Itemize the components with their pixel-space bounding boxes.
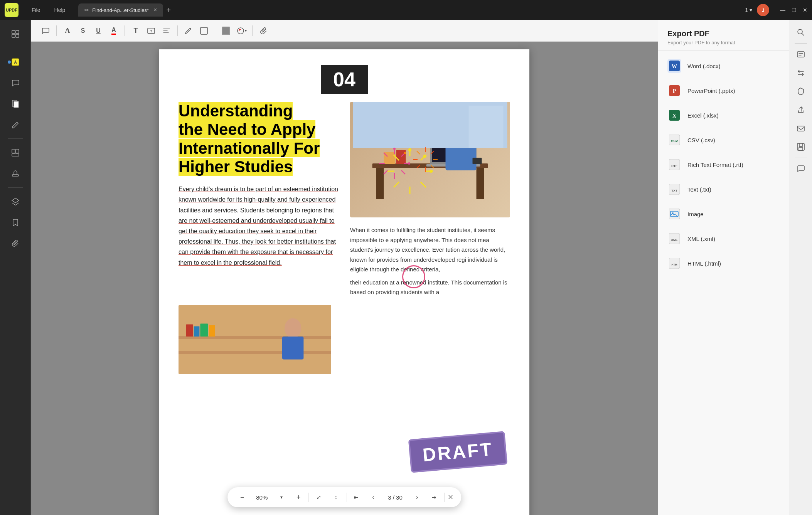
export-rtf[interactable]: RTF Rich Text Format (.rtf) (658, 152, 789, 177)
sidebar-item-pages[interactable] (6, 94, 25, 113)
text-format-btn[interactable] (160, 24, 174, 38)
sidebar-item-thumbnail[interactable] (6, 25, 25, 43)
svg-text:P: P (673, 88, 676, 94)
svg-point-66 (285, 318, 302, 338)
email-icon[interactable] (793, 121, 809, 136)
export-excel[interactable]: X Excel (.xlsx) (658, 103, 789, 128)
svg-rect-62 (186, 324, 193, 337)
bottom-divider-1 (308, 493, 309, 502)
export-html[interactable]: HTM HTML (.html) (658, 251, 789, 276)
sidebar-divider-3 (8, 187, 23, 188)
comment-btn[interactable] (39, 24, 52, 38)
svg-rect-61 (179, 351, 331, 354)
svg-text:XML: XML (671, 238, 678, 242)
bottombar-close-btn[interactable]: ✕ (448, 493, 453, 502)
toolbar-divider-2 (125, 25, 125, 36)
first-page-btn[interactable]: ⇤ (349, 490, 363, 504)
far-right-divider-1 (795, 43, 807, 44)
page-nav[interactable]: 1 ▾ (745, 7, 752, 13)
export-subtitle: Export your PDF to any format (667, 40, 780, 45)
image-export-icon (667, 207, 681, 221)
convert-icon[interactable] (793, 65, 809, 81)
export-image[interactable]: Image (658, 202, 789, 226)
sidebar-item-highlight[interactable]: A (6, 53, 25, 71)
svg-rect-91 (799, 148, 803, 150)
xlsx-icon: X (667, 108, 681, 122)
save-icon[interactable] (793, 139, 809, 155)
zoom-dropdown-btn[interactable]: ▾ (275, 490, 288, 504)
title-highlight-3: Internationally For (179, 139, 320, 157)
toolbar: A S U A T T (31, 20, 658, 42)
strikethrough-btn[interactable]: S (76, 24, 90, 38)
left-sidebar: A (0, 20, 31, 515)
zoom-in-btn[interactable]: + (291, 490, 305, 504)
sidebar-item-comment[interactable] (6, 74, 25, 92)
html-icon: HTM (667, 256, 681, 270)
export-word[interactable]: W Word (.docx) (658, 54, 789, 78)
word-icon: W (667, 59, 681, 73)
export-csv[interactable]: CSV CSV (.csv) (658, 128, 789, 152)
new-tab-btn[interactable]: + (163, 6, 174, 15)
active-tab[interactable]: ✏ Find-and-Ap...er-Studies* × (78, 3, 163, 17)
text-color-btn[interactable]: A (107, 24, 121, 38)
sidebar-divider-1 (8, 48, 23, 48)
color-picker-btn[interactable]: ▾ (234, 24, 248, 38)
svg-rect-11 (12, 175, 19, 176)
xlsx-label: Excel (.xlsx) (687, 112, 719, 119)
fit-page-btn[interactable]: ⤢ (312, 490, 326, 504)
text-btn[interactable]: T (129, 24, 143, 38)
close-btn[interactable]: ✕ (803, 7, 807, 13)
zoom-out-btn[interactable]: − (235, 490, 249, 504)
fit-width-btn[interactable]: ↕ (329, 490, 343, 504)
search-icon[interactable] (793, 25, 809, 40)
svg-text:A: A (14, 60, 17, 64)
share-icon[interactable] (793, 102, 809, 118)
export-xml[interactable]: XML XML (.xml) (658, 226, 789, 251)
bottom-divider-2 (346, 493, 346, 502)
nav-file[interactable]: File (25, 5, 47, 15)
pen-btn[interactable] (182, 24, 195, 38)
last-page-btn[interactable]: ⇥ (427, 490, 441, 504)
toolbar-divider-1 (56, 25, 57, 36)
eraser-btn[interactable] (197, 24, 211, 38)
nav-help[interactable]: Help (48, 5, 72, 15)
right-col-text-2: their education at a renowned institute.… (350, 278, 510, 297)
txt-icon: TXT (667, 182, 681, 196)
tab-close-btn[interactable]: × (153, 7, 157, 13)
export-powerpoint[interactable]: P PowerPoint (.pptx) (658, 78, 789, 103)
svg-text:RTF: RTF (671, 164, 677, 168)
html-label: HTML (.html) (687, 260, 721, 267)
export-txt[interactable]: TXT Text (.txt) (658, 177, 789, 202)
rtf-label: Rich Text Format (.rtf) (687, 162, 743, 168)
nav-bar: File Help (25, 5, 71, 15)
sidebar-item-layers[interactable] (6, 192, 25, 211)
sidebar-item-organize[interactable] (6, 143, 25, 162)
right-col: When it comes to fulfilling the student … (350, 102, 510, 297)
textbox-btn[interactable]: T (144, 24, 158, 38)
user-avatar[interactable]: J (757, 4, 769, 16)
ocr-icon[interactable] (793, 47, 809, 62)
minimize-btn[interactable]: — (780, 7, 785, 13)
highlight-btn[interactable]: A (61, 24, 74, 38)
underline-btn[interactable]: U (91, 24, 105, 38)
prev-page-btn[interactable]: ‹ (366, 490, 380, 504)
chat-icon[interactable] (793, 161, 809, 177)
attachment-btn[interactable] (256, 24, 270, 38)
logo-text: UPDF (6, 8, 17, 12)
sidebar-item-stamp[interactable] (6, 164, 25, 183)
protect-icon[interactable] (793, 84, 809, 99)
next-page-btn[interactable]: › (410, 490, 424, 504)
image-container (350, 102, 510, 217)
sidebar-item-attach[interactable] (6, 234, 25, 252)
sidebar-divider-2 (8, 138, 23, 139)
svg-rect-3 (16, 34, 19, 37)
sidebar-item-edit[interactable] (6, 115, 25, 134)
sidebar-item-bookmark[interactable] (6, 213, 25, 232)
color-swatch-btn[interactable] (219, 24, 233, 38)
maximize-btn[interactable]: ☐ (792, 7, 797, 13)
toolbar-divider-4 (215, 25, 215, 36)
svg-rect-9 (16, 149, 19, 153)
tab-edit-icon: ✏ (84, 7, 89, 13)
pdf-viewer[interactable]: 04 Understanding the Need to Apply Inter… (31, 42, 658, 515)
active-indicator (8, 61, 11, 64)
